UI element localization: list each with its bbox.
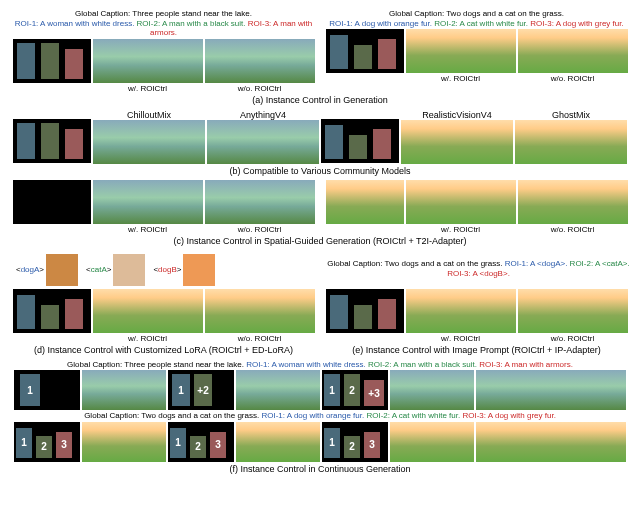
step-num: 2 [344, 374, 360, 406]
roi1-text: ROI-1: A dog with orange fur. [329, 19, 432, 28]
caption-a-left: Global Caption: Three people stand near … [8, 9, 319, 38]
concepts-row: dogA catA dogB Global Caption: Two dogs … [8, 250, 632, 288]
roi-layout [321, 119, 399, 163]
step-layout: 123 [168, 422, 234, 462]
result-without [205, 39, 315, 83]
caption-f1: Global Caption: Three people stand near … [8, 360, 632, 370]
roi-layout [13, 119, 91, 163]
step-result [236, 422, 320, 462]
section-f-row1: 1 1+2 12+3 [8, 370, 632, 410]
without-label: w/o. ROICtrl [238, 225, 282, 234]
model-result [401, 120, 513, 164]
section-f-label: (f) Instance Control in Continuous Gener… [8, 464, 632, 474]
roi-layout [326, 289, 404, 333]
roi2-text: ROI-2: A <catA>. [570, 259, 630, 268]
roi1-text: ROI-1: A woman with white dress. [15, 19, 135, 28]
step-num: 1 [172, 374, 190, 406]
step-num: 1 [324, 428, 340, 458]
concept-thumb [113, 254, 145, 286]
step-num: 1 [20, 374, 40, 406]
step-result [236, 370, 320, 410]
concept-label: dogB [153, 265, 181, 274]
step-num: 3 [56, 432, 72, 458]
roi3-text: ROI-3: A man with armors. [479, 360, 573, 369]
roi-layout [326, 29, 404, 73]
with-label: w/. ROICtrl [441, 74, 480, 83]
concept-thumb [46, 254, 78, 286]
result-with [406, 29, 516, 73]
roi2-text: ROI-2: A cat with white fur. [434, 19, 528, 28]
step-result [476, 422, 626, 462]
roi2-text: ROI-2: A man with a black suit. [368, 360, 477, 369]
result-with [93, 289, 203, 333]
step-layout: 1+2 [168, 370, 234, 410]
step-num: 2 [344, 436, 360, 458]
global-caption: Global Caption: Two dogs and a cat on th… [327, 259, 502, 268]
roi1-text: ROI-1: A woman with white dress. [246, 360, 366, 369]
concept-dogB: dogB [153, 254, 215, 286]
result-with [93, 180, 203, 224]
section-f-row2: 123 123 123 [8, 422, 632, 462]
roi1-text: ROI-1: A <dogA>. [505, 259, 568, 268]
without-label: w/o. ROICtrl [551, 225, 595, 234]
without-label: w/o. ROICtrl [238, 84, 282, 93]
section-e-label: (e) Instance Control with Image Prompt (… [321, 345, 632, 355]
step-layout: 123 [14, 422, 80, 462]
step-result [82, 370, 166, 410]
step-num: +3 [364, 380, 384, 406]
roi1-text: ROI-1: A dog with orange fur. [261, 411, 364, 420]
roi3-text: ROI-3: A dog with grey fur. [462, 411, 555, 420]
step-layout: 12+3 [322, 370, 388, 410]
with-label: w/. ROICtrl [441, 225, 480, 234]
step-num: 1 [324, 374, 340, 406]
result-without [518, 289, 628, 333]
with-label: w/. ROICtrl [128, 334, 167, 343]
step-result [476, 370, 626, 410]
model-result [207, 120, 319, 164]
roi2-text: ROI-2: A man with a black suit. [137, 19, 246, 28]
global-caption: Global Caption: Three people stand near … [67, 360, 244, 369]
global-caption: Global Caption: Two dogs and a cat on th… [389, 9, 564, 18]
section-de: w/. ROICtrl w/o. ROICtrl (d) Instance Co… [8, 289, 632, 359]
without-label: w/o. ROICtrl [551, 74, 595, 83]
section-b-label: (b) Compatible to Various Community Mode… [8, 166, 632, 176]
roi-layout [13, 289, 91, 333]
concept-label: catA [86, 265, 111, 274]
caption-f2: Global Caption: Two dogs and a cat on th… [8, 411, 632, 421]
model-name: GhostMix [552, 110, 590, 120]
section-a-label: (a) Instance Control in Generation [8, 95, 632, 105]
pose-layout [13, 180, 91, 224]
step-num: 3 [210, 432, 226, 458]
step-result [390, 370, 474, 410]
concept-catA: catA [86, 254, 145, 286]
result-without [518, 180, 628, 224]
with-label: w/. ROICtrl [128, 84, 167, 93]
model-result [93, 120, 205, 164]
model-result [515, 120, 627, 164]
section-c-label: (c) Instance Control in Spatial-Guided G… [8, 236, 632, 246]
step-result [82, 422, 166, 462]
result-with [93, 39, 203, 83]
result-without [518, 29, 628, 73]
step-num: 3 [364, 432, 380, 458]
model-name: ChilloutMix [127, 110, 171, 120]
roi2-text: ROI-2: A cat with white fur. [366, 411, 460, 420]
section-c: w/. ROICtrl w/o. ROICtrl w/. ROICtrl w/o… [8, 180, 632, 234]
roi-layout [13, 39, 91, 83]
section-a: Global Caption: Three people stand near … [8, 8, 632, 93]
step-layout: 1 [14, 370, 80, 410]
global-caption: Global Caption: Two dogs and a cat on th… [84, 411, 259, 420]
result-with [406, 289, 516, 333]
step-num: 1 [16, 428, 32, 458]
section-b: ChilloutMix AnythingV4 RealisticVisionV4… [8, 109, 632, 164]
roi3-text: ROI-3: A dog with grey fur. [530, 19, 623, 28]
result-with [406, 180, 516, 224]
step-layout: 123 [322, 422, 388, 462]
result-without [205, 180, 315, 224]
global-caption: Global Caption: Three people stand near … [75, 9, 252, 18]
model-name: RealisticVisionV4 [422, 110, 491, 120]
roi3-text: ROI-3: A <dogB>. [447, 269, 510, 278]
result-without [205, 289, 315, 333]
with-label: w/. ROICtrl [128, 225, 167, 234]
without-label: w/o. ROICtrl [238, 334, 282, 343]
